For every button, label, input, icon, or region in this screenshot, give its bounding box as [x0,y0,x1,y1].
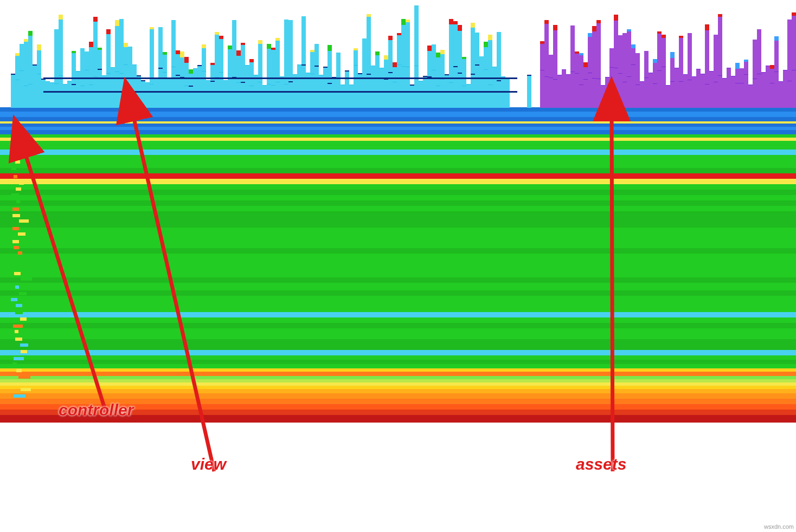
flame-frame[interactable] [432,44,436,50]
flame-frame[interactable] [553,79,557,108]
flame-frame[interactable] [449,19,453,24]
flame-frame[interactable] [406,22,410,67]
flame-frame[interactable] [384,79,388,108]
flame-frame[interactable] [15,53,20,56]
flame-frame[interactable] [202,71,206,108]
flame-frame[interactable] [570,30,575,72]
flame-frame[interactable] [722,78,727,108]
flame-frame[interactable] [80,48,85,51]
flame-frame[interactable] [714,82,718,108]
flame-frame[interactable] [388,40,393,72]
flame-frame[interactable] [20,44,24,50]
flame-frame[interactable] [0,246,796,248]
flame-frame[interactable] [436,86,440,108]
flame-frame[interactable] [0,285,796,290]
flame-frame[interactable] [98,48,102,50]
flame-frame[interactable] [484,42,488,47]
flame-frame[interactable] [50,82,54,108]
flame-frame[interactable] [0,155,796,160]
flame-frame[interactable] [757,74,761,108]
flame-frame[interactable] [427,46,432,51]
flame-frame[interactable] [210,63,215,65]
flame-frame[interactable] [497,38,501,80]
flame-frame[interactable] [284,25,288,84]
flame-frame[interactable] [367,17,371,74]
flame-frame[interactable] [354,48,358,50]
flame-frame[interactable] [0,134,796,138]
flame-frame[interactable] [0,317,796,323]
flame-frame[interactable] [249,62,254,86]
flame-frame[interactable] [24,39,28,42]
flame-frame[interactable] [119,19,124,23]
flame-frame[interactable] [59,15,63,20]
flame-frame[interactable] [0,393,796,399]
flame-frame[interactable] [0,124,796,127]
flame-frame[interactable] [544,24,549,76]
flame-frame[interactable] [215,32,219,35]
flame-frame[interactable] [414,66,419,108]
flame-frame[interactable] [380,68,384,108]
flame-frame[interactable] [323,67,328,108]
flame-frame[interactable] [301,64,306,108]
flame-frame[interactable] [375,55,380,78]
flame-frame[interactable] [540,44,544,70]
flame-frame[interactable] [11,193,19,197]
flame-frame[interactable] [171,25,176,67]
flame-frame[interactable] [471,28,475,74]
flame-frame[interactable] [770,65,774,69]
flame-frame[interactable] [714,35,718,38]
flame-frame[interactable] [176,54,180,75]
flame-frame[interactable] [440,50,445,54]
flame-frame[interactable] [453,24,458,66]
flame-frame[interactable] [258,40,262,44]
flame-frame[interactable] [15,149,27,152]
flame-frame[interactable] [622,33,627,35]
flame-frame[interactable] [770,83,774,108]
flame-frame[interactable] [189,74,193,86]
flame-frame[interactable] [544,76,549,108]
flame-frame[interactable] [24,42,28,86]
flame-frame[interactable] [592,31,596,78]
flame-frame[interactable] [141,80,145,108]
flame-frame[interactable] [479,79,484,108]
flame-frame[interactable] [453,21,458,24]
flame-frame[interactable] [783,70,787,108]
flame-frame[interactable] [0,179,796,184]
flame-frame[interactable] [20,50,24,70]
flame-frame[interactable] [128,47,132,50]
flame-frame[interactable] [0,389,796,393]
flame-frame[interactable] [0,238,796,241]
flame-frame[interactable] [614,21,618,68]
flame-frame[interactable] [288,24,293,81]
flame-frame[interactable] [484,47,488,69]
flame-frame[interactable] [0,168,796,173]
flame-frame[interactable] [354,65,358,108]
flame-frame[interactable] [0,307,796,312]
flame-frame[interactable] [575,51,579,54]
flame-frame[interactable] [16,369,22,372]
flame-frame[interactable] [653,83,657,108]
flame-frame[interactable] [0,241,796,246]
flame-frame[interactable] [471,23,475,28]
flame-frame[interactable] [449,24,453,82]
flame-frame[interactable] [89,42,93,47]
flame-frame[interactable] [0,173,796,179]
flame-frame[interactable] [488,85,492,108]
flame-frame[interactable] [688,33,692,38]
flame-frame[interactable] [0,368,796,372]
flame-frame[interactable] [43,91,517,93]
flame-frame[interactable] [232,20,236,23]
flame-frame[interactable] [362,79,367,108]
flame-frame[interactable] [20,382,25,386]
flame-frame[interactable] [80,51,85,86]
flame-frame[interactable] [497,80,501,108]
flame-frame[interactable] [657,70,662,108]
flame-frame[interactable] [202,44,206,48]
flame-frame[interactable] [18,259,28,263]
flame-frame[interactable] [579,53,583,55]
flame-frame[interactable] [662,67,666,108]
flame-frame[interactable] [601,85,605,108]
flame-frame[interactable] [176,50,180,54]
flame-frame[interactable] [0,130,796,134]
flame-frame[interactable] [393,67,397,82]
